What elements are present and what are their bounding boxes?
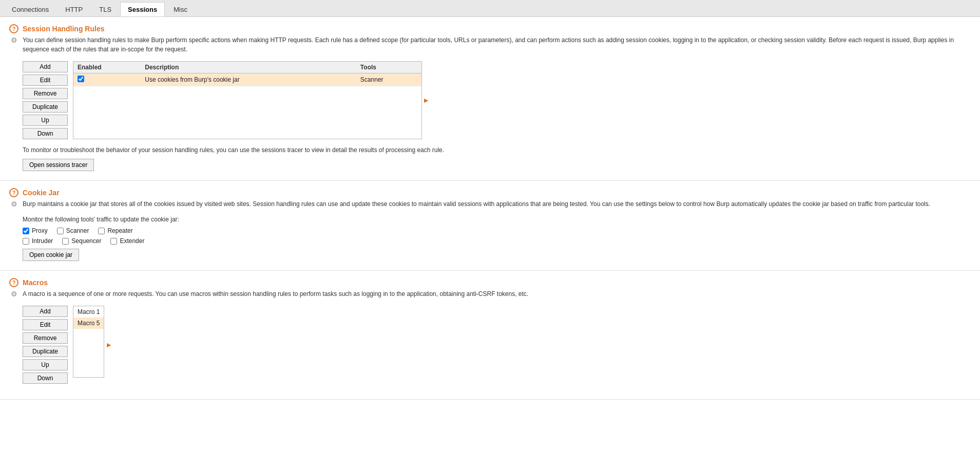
tab-connections[interactable]: Connections (4, 2, 56, 16)
sequencer-label: Sequencer (71, 237, 101, 245)
table-row[interactable]: Use cookies from Burp's cookie jarScanne… (73, 73, 421, 86)
rule-tools: Scanner (356, 73, 421, 86)
tab-misc[interactable]: Misc (166, 2, 195, 16)
col-enabled: Enabled (73, 62, 141, 73)
open-sessions-tracer-button[interactable]: Open sessions tracer (23, 159, 94, 171)
main-content: ? Session Handling Rules ⚙ You can defin… (0, 17, 980, 465)
cookie-jar-section: ? Cookie Jar ⚙ Burp maintains a cookie j… (0, 181, 980, 271)
checkbox-sequencer[interactable]: Sequencer (62, 237, 101, 245)
macros-edit-button[interactable]: Edit (23, 319, 68, 330)
gear-icon-session: ⚙ (9, 35, 18, 45)
col-description: Description (141, 62, 356, 73)
open-cookie-jar-button[interactable]: Open cookie jar (23, 249, 79, 261)
list-item[interactable]: Macro 5 (73, 318, 104, 329)
macros-down-button[interactable]: Down (23, 373, 68, 384)
help-icon-macros: ? (9, 278, 18, 287)
checkbox-extender[interactable]: Extender (110, 237, 144, 245)
tab-http[interactable]: HTTP (57, 2, 90, 16)
rule-enabled-checkbox[interactable] (78, 76, 84, 82)
tab-bar: Connections HTTP TLS Sessions Misc (0, 0, 980, 17)
scanner-checkbox[interactable] (57, 228, 64, 234)
monitor-text: Monitor the following tools' traffic to … (23, 216, 971, 223)
session-handling-title: Session Handling Rules (23, 25, 104, 33)
macros-list-wrap: Macro 1Macro 5 ► (73, 306, 104, 384)
session-add-button[interactable]: Add (23, 61, 68, 72)
session-rules-table: Enabled Description Tools Use cookies fr… (73, 62, 421, 86)
cookie-jar-desc: Burp maintains a cookie jar that stores … (23, 199, 930, 209)
session-edit-button[interactable]: Edit (23, 75, 68, 86)
macros-duplicate-button[interactable]: Duplicate (23, 346, 68, 357)
arrow-right-session: ► (422, 96, 430, 104)
macros-remove-button[interactable]: Remove (23, 332, 68, 344)
cookie-jar-title: Cookie Jar (23, 189, 60, 197)
macros-list: Macro 1Macro 5 (73, 306, 104, 378)
extender-label: Extender (120, 237, 144, 245)
session-remove-button[interactable]: Remove (23, 88, 68, 99)
tab-tls[interactable]: TLS (91, 2, 119, 16)
checkbox-repeater[interactable]: Repeater (98, 227, 132, 234)
intruder-label: Intruder (32, 237, 53, 245)
arrow-right-macros: ► (106, 341, 113, 349)
help-icon-session: ? (9, 24, 18, 33)
gear-icon-macros: ⚙ (9, 289, 18, 299)
cookie-checkboxes-row2: Intruder Sequencer Extender (23, 237, 971, 245)
col-tools: Tools (356, 62, 421, 73)
session-rules-table-wrap: Enabled Description Tools Use cookies fr… (73, 61, 422, 139)
list-item[interactable]: Macro 1 (73, 306, 104, 318)
gear-icon-cookie: ⚙ (9, 199, 18, 209)
macros-section: ? Macros ⚙ A macro is a sequence of one … (0, 271, 980, 400)
sequencer-checkbox[interactable] (62, 238, 69, 245)
repeater-checkbox[interactable] (98, 228, 105, 234)
help-icon-cookie: ? (9, 188, 18, 197)
extender-checkbox[interactable] (110, 238, 117, 245)
intruder-checkbox[interactable] (23, 238, 29, 245)
session-duplicate-button[interactable]: Duplicate (23, 101, 68, 113)
macros-btn-col: Add Edit Remove Duplicate Up Down (23, 306, 69, 384)
macros-add-button[interactable]: Add (23, 306, 68, 317)
scanner-label: Scanner (66, 227, 89, 234)
macros-up-button[interactable]: Up (23, 359, 68, 370)
session-rules-btn-col: Add Edit Remove Duplicate Up Down (23, 61, 69, 139)
checkbox-scanner[interactable]: Scanner (57, 227, 89, 234)
cookie-checkboxes-row1: Proxy Scanner Repeater (23, 227, 971, 234)
proxy-label: Proxy (32, 227, 48, 234)
tracer-desc: To monitor or troubleshoot the behavior … (23, 145, 971, 155)
proxy-checkbox[interactable] (23, 228, 29, 234)
checkbox-proxy[interactable]: Proxy (23, 227, 48, 234)
tab-sessions[interactable]: Sessions (120, 2, 165, 16)
rule-description: Use cookies from Burp's cookie jar (141, 73, 356, 86)
macros-title: Macros (23, 278, 48, 287)
tracer-area: To monitor or troubleshoot the behavior … (23, 145, 971, 171)
session-up-button[interactable]: Up (23, 115, 68, 126)
repeater-label: Repeater (107, 227, 132, 234)
macros-desc: A macro is a sequence of one or more req… (23, 289, 528, 299)
session-down-button[interactable]: Down (23, 128, 68, 139)
session-handling-section: ? Session Handling Rules ⚙ You can defin… (0, 17, 980, 181)
checkbox-intruder[interactable]: Intruder (23, 237, 53, 245)
session-handling-desc: You can define session handling rules to… (23, 35, 971, 54)
